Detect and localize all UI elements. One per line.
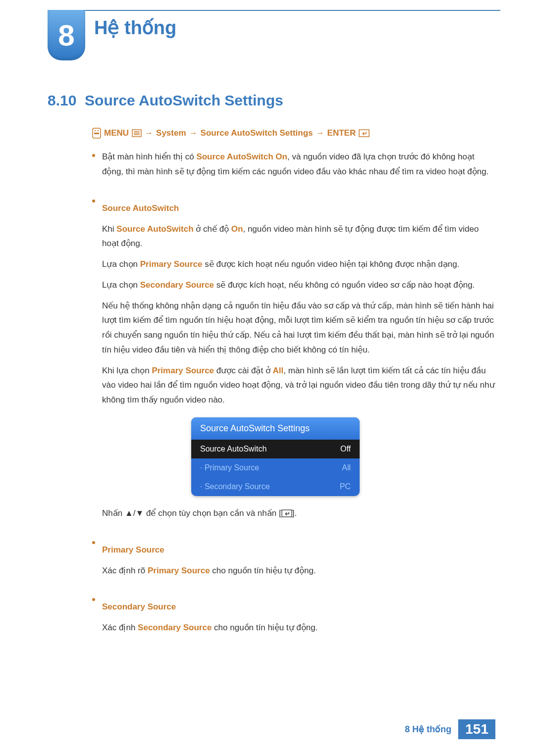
bullet-icon xyxy=(92,200,95,202)
content: Bật màn hình hiển thị có Source AutoSwit… xyxy=(92,150,495,641)
osd-row-secondary-source[interactable]: · Secondary Source PC xyxy=(191,477,360,496)
sas-p1: Khi Source AutoSwitch ở chế độ On, nguồn… xyxy=(102,222,495,252)
nav-system: System xyxy=(156,128,186,138)
section-name: Source AutoSwitch Settings xyxy=(85,92,283,108)
osd-row-label: Source AutoSwitch xyxy=(200,445,267,454)
bullet-icon xyxy=(92,154,95,157)
nav-arrow-2: → xyxy=(189,128,198,138)
chapter-badge: 8 xyxy=(48,10,85,60)
section-title: 8.10 Source AutoSwitch Settings xyxy=(48,92,495,109)
osd-row-value: All xyxy=(342,463,351,472)
menu-bars-icon xyxy=(132,129,142,137)
bullet-icon xyxy=(92,598,95,601)
sas-p5: Khi lựa chọn Primary Source được cài đặt… xyxy=(102,363,495,407)
primary-heading: Primary Source xyxy=(102,545,495,555)
sas-heading: Source AutoSwitch xyxy=(102,203,495,213)
bullet-icon xyxy=(92,541,95,544)
section-number: 8.10 xyxy=(48,92,76,108)
nav-menu-label: MENU xyxy=(104,128,129,138)
osd-title: Source AutoSwitch Settings xyxy=(191,417,360,440)
enter-inline-icon xyxy=(281,509,292,517)
menu-navigation-path: MENU → System → Source AutoSwitch Settin… xyxy=(92,128,495,139)
remote-icon xyxy=(92,128,101,139)
enter-icon xyxy=(359,129,370,137)
nav-enter: ENTER xyxy=(327,128,356,138)
osd-row-primary-source[interactable]: · Primary Source All xyxy=(191,458,360,477)
top-rule xyxy=(48,10,500,11)
intro-text: Bật màn hình hiển thị có Source AutoSwit… xyxy=(102,150,495,179)
osd-row-label: · Primary Source xyxy=(200,463,259,472)
sas-p3: Lựa chọn Secondary Source sẽ được kích h… xyxy=(102,278,495,293)
sas-p2: Lựa chọn Primary Source sẽ được kích hoạ… xyxy=(102,257,495,272)
intro-bullet: Bật màn hình hiển thị có Source AutoSwit… xyxy=(92,150,495,185)
section: 8.10 Source AutoSwitch Settings MENU → S… xyxy=(48,92,495,651)
chapter-number: 8 xyxy=(58,18,74,52)
primary-text: Xác định rõ Primary Source cho nguồn tín… xyxy=(102,563,495,578)
nav-sas: Source AutoSwitch Settings xyxy=(201,128,313,138)
footer-page-number: 151 xyxy=(458,719,495,739)
secondary-heading: Secondary Source xyxy=(102,602,495,612)
secondary-text: Xác định Secondary Source cho nguồn tín … xyxy=(102,620,495,635)
primary-source-block: Primary Source Xác định rõ Primary Sourc… xyxy=(92,537,495,584)
osd-row-label: · Secondary Source xyxy=(200,482,270,491)
svg-point-1 xyxy=(95,130,96,131)
svg-rect-9 xyxy=(282,510,292,517)
osd-row-value: Off xyxy=(340,445,351,454)
page: 8 Hệ thống 8.10 Source AutoSwitch Settin… xyxy=(0,0,535,756)
osd-row-source-autoswitch[interactable]: Source AutoSwitch Off xyxy=(191,440,360,458)
secondary-source-block: Secondary Source Xác định Secondary Sour… xyxy=(92,594,495,641)
sas-p4: Nếu hệ thống không nhận dạng cả nguồn tí… xyxy=(102,299,495,357)
svg-rect-3 xyxy=(94,133,99,134)
hint-text: Nhấn ▲/▼ để chọn tùy chọn bạn cần và nhấ… xyxy=(102,506,495,521)
chapter-title: Hệ thống xyxy=(94,17,176,39)
nav-arrow-1: → xyxy=(145,128,153,138)
nav-arrow-3: → xyxy=(316,128,324,138)
svg-rect-8 xyxy=(359,130,369,137)
osd-panel: Source AutoSwitch Settings Source AutoSw… xyxy=(191,417,360,496)
source-autoswitch-block: Source AutoSwitch Khi Source AutoSwitch … xyxy=(92,195,495,527)
footer-chapter-label: 8 Hệ thống xyxy=(405,724,451,735)
footer: 8 Hệ thống 151 xyxy=(0,719,535,739)
svg-point-2 xyxy=(98,130,99,131)
osd-row-value: PC xyxy=(340,482,351,491)
